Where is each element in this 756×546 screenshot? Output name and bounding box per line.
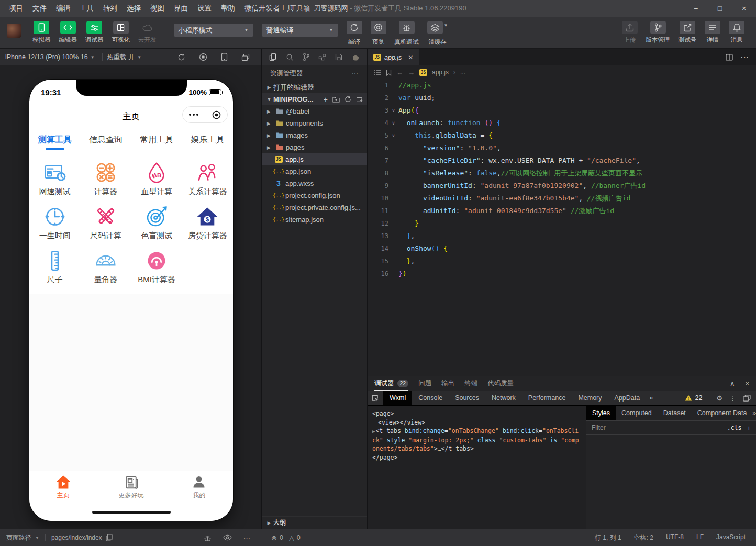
status-item[interactable]: 行 1, 列 1 bbox=[595, 533, 621, 542]
files-icon[interactable] bbox=[269, 53, 277, 61]
outline-list-icon[interactable] bbox=[374, 69, 381, 75]
close-miniprogram-button[interactable] bbox=[205, 110, 227, 120]
tree-item-app.wxss[interactable]: Ӡapp.wxss bbox=[262, 177, 367, 190]
kebab-menu-icon[interactable]: ⋮ bbox=[729, 394, 736, 402]
category-tab-娱乐工具[interactable]: 娱乐工具 bbox=[182, 128, 233, 152]
back-icon[interactable]: ← bbox=[396, 69, 403, 76]
breadcrumb-more[interactable]: ... bbox=[460, 69, 465, 76]
devtools-tab-Console[interactable]: Console bbox=[412, 391, 449, 405]
forward-icon[interactable]: → bbox=[408, 69, 415, 76]
menu-item-设置[interactable]: 设置 bbox=[193, 0, 216, 17]
menu-item-文件[interactable]: 文件 bbox=[28, 0, 51, 17]
toolbar-button-详情[interactable]: 详情 bbox=[705, 21, 720, 44]
devtools-tab-AppData[interactable]: AppData bbox=[608, 391, 647, 405]
user-avatar[interactable] bbox=[7, 24, 21, 38]
menu-item-帮助[interactable]: 帮助 bbox=[216, 0, 240, 17]
device-selector[interactable]: iPhone 12/13 (Pro) 100% 16 bbox=[5, 53, 88, 61]
toolbar-button-测试号[interactable]: 测试号 bbox=[679, 21, 697, 44]
minimize-icon[interactable]: − bbox=[684, 0, 708, 17]
phone-frame-icon[interactable] bbox=[221, 53, 228, 61]
toolbar-button-模拟器[interactable]: 模拟器 bbox=[32, 21, 51, 44]
styles-tab-Styles[interactable]: Styles bbox=[586, 406, 616, 420]
tree-item-project.private.config.js...[interactable]: {..}project.private.config.js... bbox=[262, 202, 367, 214]
styles-tab-Computed[interactable]: Computed bbox=[616, 406, 658, 420]
collapse-all-icon[interactable] bbox=[356, 96, 363, 103]
bookmark-icon[interactable] bbox=[386, 69, 392, 76]
search-icon[interactable] bbox=[286, 53, 294, 61]
expand-arrow-icon[interactable]: ▶ bbox=[372, 429, 375, 434]
more-tabs-icon[interactable]: » bbox=[646, 394, 656, 402]
panel-tab-代码质量[interactable]: 代码质量 bbox=[487, 376, 514, 391]
toolbar-button-真机调试[interactable]: 真机调试 bbox=[395, 21, 419, 46]
collapse-panel-icon[interactable]: ∧ bbox=[730, 380, 735, 387]
tool-一生时间[interactable]: 一生时间 bbox=[29, 199, 80, 243]
devtools-tab-Network[interactable]: Network bbox=[485, 391, 522, 405]
warning-count[interactable]: 22 bbox=[685, 394, 702, 402]
tree-item-images[interactable]: ▶images bbox=[262, 129, 367, 141]
tree-item-project.config.json[interactable]: {..}project.config.json bbox=[262, 190, 367, 202]
tool-计算器[interactable]: 计算器 bbox=[80, 155, 131, 199]
menu-item-项目[interactable]: 项目 bbox=[4, 0, 28, 17]
tool-房贷计算器[interactable]: $房贷计算器 bbox=[182, 199, 233, 243]
outline-row[interactable]: ▶ 大纲 bbox=[262, 516, 367, 529]
panel-tab-终端[interactable]: 终端 bbox=[464, 376, 477, 391]
devtools-tab-Performance[interactable]: Performance bbox=[522, 391, 572, 405]
bug-icon[interactable] bbox=[204, 534, 212, 542]
tree-item-@babel[interactable]: ▶@babel bbox=[262, 105, 367, 117]
problems-indicator[interactable]: ⊗0 △0 bbox=[262, 534, 368, 542]
new-folder-icon[interactable] bbox=[332, 96, 340, 103]
tool-尺子[interactable]: 尺子 bbox=[29, 243, 80, 287]
tree-item-app.json[interactable]: {..}app.json bbox=[262, 165, 367, 177]
wxml-node[interactable]: <page> bbox=[372, 409, 581, 418]
tabbar-我的[interactable]: 我的 bbox=[165, 475, 233, 500]
compile-type-dropdown[interactable]: 普通编译 ▼ bbox=[262, 24, 338, 37]
tree-item-sitemap.json[interactable]: {..}sitemap.json bbox=[262, 214, 367, 226]
panel-tab-调试器[interactable]: 调试器22 bbox=[374, 376, 408, 391]
wxml-node[interactable]: <view></view> bbox=[372, 418, 581, 427]
dock-panel-icon[interactable] bbox=[743, 395, 751, 402]
maximize-icon[interactable]: □ bbox=[708, 0, 732, 17]
more-menu-button[interactable] bbox=[183, 114, 205, 116]
toolbar-button-可视化[interactable]: 可视化 bbox=[112, 21, 130, 44]
teapot-icon[interactable] bbox=[351, 54, 360, 61]
devtools-tab-Memory[interactable]: Memory bbox=[572, 391, 608, 405]
tree-item-app.js[interactable]: JSapp.js bbox=[262, 153, 367, 165]
close-tab-icon[interactable]: ✕ bbox=[408, 54, 413, 61]
save-icon[interactable] bbox=[335, 53, 342, 61]
tree-item-components[interactable]: ▶components bbox=[262, 117, 367, 129]
compile-mode-dropdown[interactable]: 小程序模式 ▼ bbox=[174, 24, 253, 37]
extensions-icon[interactable] bbox=[318, 53, 326, 61]
refresh-icon[interactable] bbox=[344, 96, 351, 103]
breadcrumb-file[interactable]: app.js bbox=[432, 69, 449, 76]
toolbar-button-预览[interactable]: 预览 bbox=[371, 21, 386, 46]
more-actions-icon[interactable]: ⋯ bbox=[740, 52, 749, 62]
more-dots-icon[interactable]: ⋯ bbox=[243, 534, 250, 542]
add-style-icon[interactable]: + bbox=[747, 424, 751, 432]
menu-item-视图[interactable]: 视图 bbox=[146, 0, 169, 17]
status-item[interactable]: UTF-8 bbox=[666, 533, 684, 542]
toolbar-button-消息[interactable]: 消息 bbox=[729, 21, 744, 44]
tabbar-更多好玩[interactable]: 更多好玩 bbox=[97, 475, 165, 500]
tool-色盲测试[interactable]: 色盲测试 bbox=[131, 199, 182, 243]
menu-item-选择[interactable]: 选择 bbox=[122, 0, 146, 17]
multi-window-icon[interactable] bbox=[241, 53, 250, 61]
category-tab-测算工具[interactable]: 测算工具 bbox=[29, 128, 80, 152]
git-branch-icon[interactable] bbox=[303, 53, 310, 61]
toolbar-button-版本管理[interactable]: 版本管理 bbox=[646, 21, 670, 44]
category-tab-信息查询[interactable]: 信息查询 bbox=[80, 128, 131, 152]
tab-app-js[interactable]: JS app.js ✕ bbox=[368, 49, 419, 65]
tree-item-pages[interactable]: ▶pages bbox=[262, 141, 367, 153]
tool-网速测试[interactable]: 网速测试 bbox=[29, 155, 80, 199]
settings-gear-icon[interactable]: ⚙ bbox=[716, 394, 722, 402]
tool-尺码计算[interactable]: 尺码计算 bbox=[80, 199, 131, 243]
close-panel-icon[interactable]: × bbox=[745, 380, 749, 387]
project-root-row[interactable]: ▼ MINIPROG... + bbox=[262, 93, 367, 105]
filter-input[interactable]: Filter bbox=[592, 424, 606, 431]
menu-item-工具[interactable]: 工具 bbox=[75, 0, 98, 17]
wxml-node[interactable]: ▶<t-tabs bind:change="onTabsChange" bind… bbox=[372, 427, 581, 453]
tool-BMI计算器[interactable]: BMI计算器 bbox=[131, 243, 182, 287]
page-path-selector[interactable]: 页面路径 bbox=[6, 533, 31, 542]
toolbar-button-调试器[interactable]: 调试器 bbox=[85, 21, 104, 44]
eye-icon[interactable] bbox=[223, 534, 232, 541]
tabbar-主页[interactable]: 主页 bbox=[29, 475, 97, 500]
